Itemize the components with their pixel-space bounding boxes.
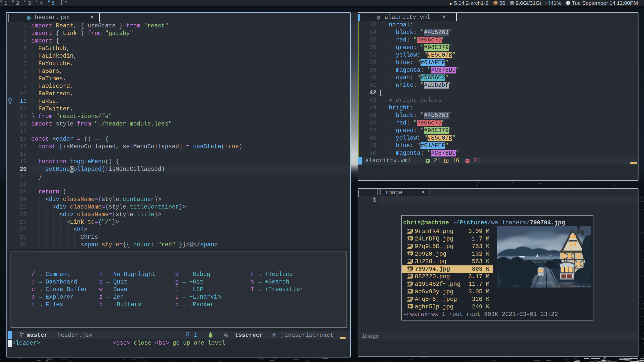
- svg-text:www.DesktopBackground.org: www.DesktopBackground.org: [570, 285, 591, 287]
